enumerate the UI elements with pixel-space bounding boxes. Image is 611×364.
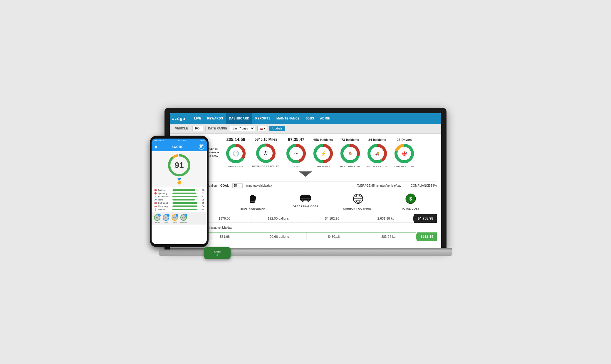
speeding-score: 91: [200, 192, 204, 195]
driver-score-donut: 🎯: [394, 143, 415, 164]
cornering-icon-phone: 🚗: [154, 205, 157, 208]
distracted-bar-fill: [172, 202, 197, 204]
operating-cost-icon: [300, 193, 311, 204]
carbon-footprint-label-col: CARBON FOOTPRINT: [343, 207, 373, 210]
avatar-circle-leroy: L1: [163, 214, 169, 221]
driver-score-label: DRIVER SCORE: [395, 165, 414, 168]
braking-bar-fill: [172, 189, 196, 191]
distracted-icon: 📵: [154, 202, 157, 204]
avatar-circle-martin: M3: [154, 214, 160, 221]
legend-label-under18: UNDER 18: [208, 151, 219, 154]
operating-cost-label-col: OPERATING COST: [293, 205, 318, 208]
triangle-divider: [299, 171, 312, 177]
distance-icon: ⏱: [263, 150, 268, 156]
azuga-device-body: azūga: [204, 247, 231, 259]
phone-battery: 90%: [200, 139, 204, 141]
seatbelt-bar-fill: [172, 209, 197, 210]
spent-total: $4,758.98: [413, 214, 437, 223]
tab-vehicle[interactable]: VEHICLE: [173, 126, 190, 131]
speeding-donut-icon: ⚡: [321, 151, 326, 156]
speeding-label: SPEEDING: [316, 165, 330, 168]
acceleration-label: ACCELERATION: [367, 165, 387, 168]
svg-rect-35: [300, 198, 311, 199]
idling-bar-fill: [172, 199, 195, 200]
acceleration-donut: 🚚: [367, 143, 388, 164]
driver-score-donut-icon: 🎯: [402, 151, 407, 156]
braking-icon: 🔴: [154, 189, 157, 191]
stat-idling: 67:35:47 〜 IDLING: [286, 137, 307, 168]
driver-score-value: 26 Drivers: [397, 137, 412, 142]
nav-admin[interactable]: ADMIN: [317, 113, 333, 124]
stat-drive-time: 235:14:56 🕐 DRIVE TIME: [225, 137, 246, 168]
phone-score-section: 91 🏅: [152, 151, 207, 187]
svg-point-42: [358, 203, 359, 203]
drive-time-icon: 🕐: [233, 150, 239, 157]
tab-roi[interactable]: ROI: [192, 126, 203, 131]
divider: [205, 126, 206, 132]
stat-acceleration: 34 Incidents 🚚 ACCELERATION: [367, 137, 388, 168]
distance-label: DISTANCE TRAVELED: [252, 165, 280, 168]
update-button[interactable]: Update: [269, 126, 285, 131]
cornering-bar-bg: [172, 205, 199, 207]
idling-label: Idling: [158, 198, 171, 201]
phone-avatars: M3 Martin L1 Leroy Mk2 Mike: [152, 213, 207, 225]
chart-icon: 📊: [199, 144, 204, 150]
nav-live[interactable]: LIVE: [191, 113, 204, 124]
vehicle-filter-btn[interactable]: 🚗 ▾: [257, 126, 267, 131]
save-fuel-consumed: 20.66 gallons: [252, 232, 307, 241]
laptop-wrapper: No Service 6:27 PM 90% ◀ SCORE 📊: [159, 108, 452, 256]
goal-input[interactable]: [232, 183, 243, 188]
total-cost-label-col: TOTAL COST: [402, 207, 420, 210]
speeding-bar-fill: [172, 193, 196, 194]
minutes-per-vehicle-label: minutes/vehicle/day: [246, 184, 272, 187]
hard-braking-donut-icon: 🪑: [348, 151, 352, 156]
spent-operating-cost: $4,182.98: [305, 214, 359, 223]
avatar-martin: M3 Martin: [154, 214, 160, 223]
distracted-score: 95: [200, 202, 204, 204]
list-item: 🔒 Seatbelt 94: [154, 208, 204, 211]
nav-dashboard[interactable]: DASHBOARD: [226, 113, 253, 124]
svg-rect-32: [301, 195, 310, 198]
acceleration-score: 93: [200, 195, 204, 198]
avatar-circle-mike: Mk2: [172, 214, 178, 221]
acceleration-value: 34 Incidents: [368, 137, 386, 142]
idling-icon: 💤: [154, 199, 157, 201]
acceleration-bar-bg: [172, 196, 199, 197]
svg-point-41: [357, 203, 358, 203]
avatar-leroy: L1 Leroy: [163, 214, 169, 223]
hard-braking-value: 73 Incidents: [341, 137, 359, 142]
nav-reports[interactable]: REPORTS: [252, 113, 273, 124]
hard-braking-label: HARD BRAKING: [340, 165, 360, 168]
spent-cells: $576.00 192.00 gallons $4,182.98 2,631.9…: [198, 214, 413, 223]
distracted-label: Distracted: [158, 202, 171, 204]
drive-time-donut: 🕐: [225, 143, 246, 164]
speeding-label: Speeding: [158, 192, 171, 195]
svg-rect-29: [254, 199, 256, 200]
operating-cost-icon-item: OPERATING COST: [279, 193, 332, 211]
speeding-value: 658 Incidents: [313, 137, 333, 142]
back-icon: ◀: [154, 145, 157, 149]
braking-bar-bg: [172, 189, 199, 191]
nav-rewards[interactable]: REWARDS: [204, 113, 226, 124]
list-item: ⚡ Acceleration 93: [154, 195, 204, 198]
cornering-bar-fill: [172, 205, 197, 207]
save-row: AND SAVE $61.98 20.66 gallons $450.16 28…: [174, 232, 437, 241]
idling-score: 85: [200, 198, 204, 201]
distance-value: 5845.16 Miles: [255, 137, 277, 141]
sub-navbar: VEHICLE ROI DATE RANGE Last 7 days 🚗 ▾ U…: [170, 124, 441, 134]
phone-status-bar: No Service 6:27 PM 90%: [152, 139, 207, 142]
list-item: 💤 Idling 85: [154, 198, 204, 201]
avatar-name-mike: Mike: [173, 221, 177, 223]
avatar-badge-mike: 2: [176, 214, 178, 217]
braking-score: 88: [200, 189, 204, 191]
cost-section: FUEL COST /gallon GOAL minutes/vehicle/d…: [170, 179, 441, 248]
nav-jobs[interactable]: JOBS: [303, 113, 317, 124]
date-range-select[interactable]: Last 7 days: [230, 126, 255, 131]
acceleration-label: Acceleration: [158, 195, 171, 198]
phone-header: ◀ SCORE 📊: [152, 142, 207, 151]
stat-driver-score: 26 Drivers 🎯 DRIVER SCORE: [394, 137, 415, 168]
stats-row: 31 VEHICLE(S) OVER 13 UNDER 18 NO: [170, 134, 441, 172]
nav-maintenance[interactable]: MAINTENANCE: [273, 113, 303, 124]
distracted-bar-bg: [172, 202, 199, 204]
list-item: 🔴 Braking 88: [154, 189, 204, 191]
